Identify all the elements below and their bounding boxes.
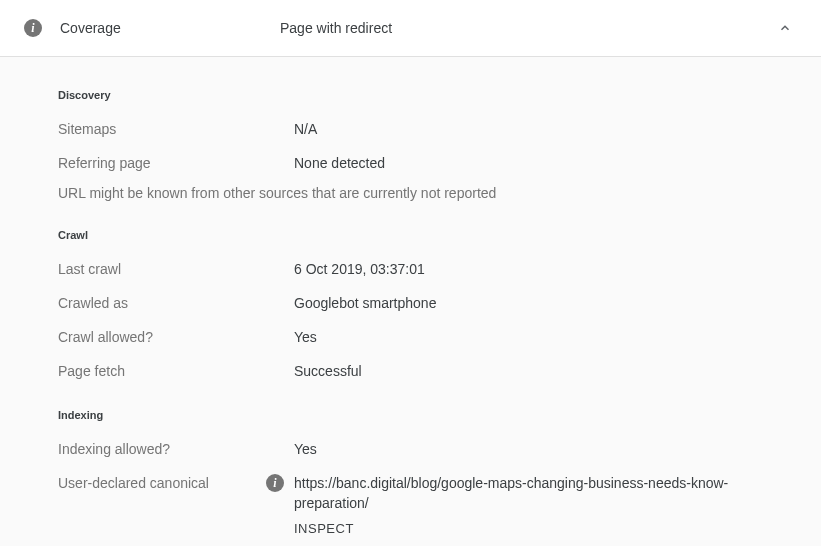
referring-page-label: Referring page [58, 153, 294, 173]
coverage-label: Coverage [60, 20, 280, 36]
crawl-allowed-row: Crawl allowed? Yes [58, 327, 797, 347]
crawl-allowed-value: Yes [294, 327, 317, 347]
indexing-allowed-label: Indexing allowed? [58, 439, 294, 459]
last-crawl-row: Last crawl 6 Oct 2019, 03:37:01 [58, 259, 797, 279]
info-icon: i [24, 19, 42, 37]
coverage-value: Page with redirect [280, 20, 773, 36]
last-crawl-value: 6 Oct 2019, 03:37:01 [294, 259, 425, 279]
last-crawl-label: Last crawl [58, 259, 294, 279]
user-canonical-label: User-declared canonical [58, 473, 294, 493]
coverage-content: Discovery Sitemaps N/A Referring page No… [0, 57, 821, 546]
chevron-up-icon[interactable] [773, 16, 797, 40]
info-icon[interactable]: i [266, 474, 284, 492]
page-fetch-value: Successful [294, 361, 362, 381]
crawl-allowed-label: Crawl allowed? [58, 327, 294, 347]
discovery-section-title: Discovery [58, 89, 797, 101]
indexing-section-title: Indexing [58, 409, 797, 421]
crawl-section-title: Crawl [58, 229, 797, 241]
inspect-link[interactable]: INSPECT [294, 519, 797, 539]
crawled-as-label: Crawled as [58, 293, 294, 313]
crawled-as-row: Crawled as Googlebot smartphone [58, 293, 797, 313]
referring-page-row: Referring page None detected [58, 153, 797, 173]
user-canonical-value: https://banc.digital/blog/google-maps-ch… [294, 473, 797, 513]
indexing-allowed-row: Indexing allowed? Yes [58, 439, 797, 459]
page-fetch-label: Page fetch [58, 361, 294, 381]
crawled-as-value: Googlebot smartphone [294, 293, 436, 313]
coverage-header: i Coverage Page with redirect [0, 0, 821, 57]
sitemaps-label: Sitemaps [58, 119, 294, 139]
indexing-allowed-value: Yes [294, 439, 317, 459]
sitemaps-value: N/A [294, 119, 317, 139]
user-canonical-row: User-declared canonical i https://banc.d… [58, 473, 797, 539]
page-fetch-row: Page fetch Successful [58, 361, 797, 381]
referring-page-value: None detected [294, 153, 385, 173]
discovery-note: URL might be known from other sources th… [58, 185, 797, 201]
sitemaps-row: Sitemaps N/A [58, 119, 797, 139]
